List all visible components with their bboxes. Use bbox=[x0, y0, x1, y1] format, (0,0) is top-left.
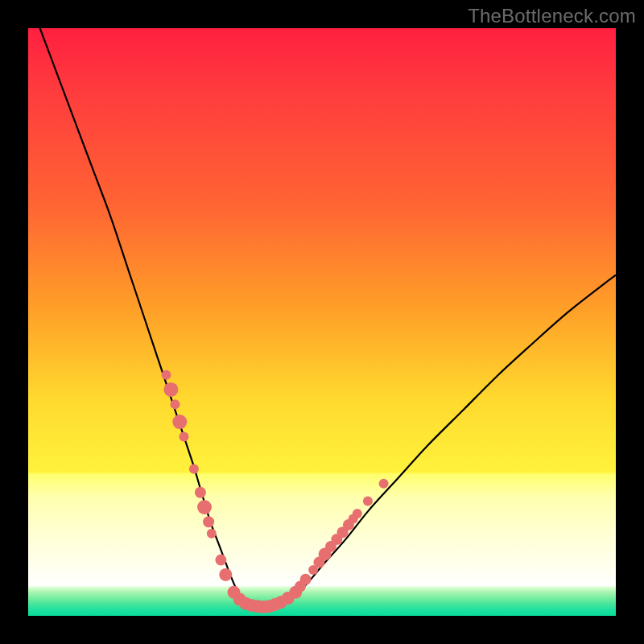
watermark-text: TheBottleneck.com bbox=[468, 5, 636, 27]
curve-marker bbox=[353, 509, 362, 518]
curve-marker bbox=[215, 555, 226, 566]
curve-marker bbox=[180, 431, 189, 441]
curve-marker bbox=[300, 574, 312, 585]
curve-marker bbox=[207, 529, 217, 539]
curve-markers bbox=[162, 370, 389, 613]
curve-marker bbox=[203, 516, 214, 527]
curve-marker bbox=[379, 479, 389, 489]
curve-marker bbox=[162, 370, 171, 380]
curve-marker bbox=[197, 500, 212, 514]
curve-marker bbox=[363, 497, 373, 506]
curve-marker bbox=[219, 568, 232, 581]
curve-marker bbox=[171, 399, 180, 409]
chart-stage: TheBottleneck.com bbox=[0, 0, 644, 644]
curve-svg bbox=[28, 28, 616, 616]
bottleneck-curve bbox=[40, 28, 616, 607]
curve-marker bbox=[172, 415, 187, 429]
plot-area bbox=[28, 28, 616, 616]
curve-marker bbox=[163, 382, 178, 397]
curve-marker bbox=[189, 464, 199, 474]
curve-marker bbox=[195, 487, 206, 498]
